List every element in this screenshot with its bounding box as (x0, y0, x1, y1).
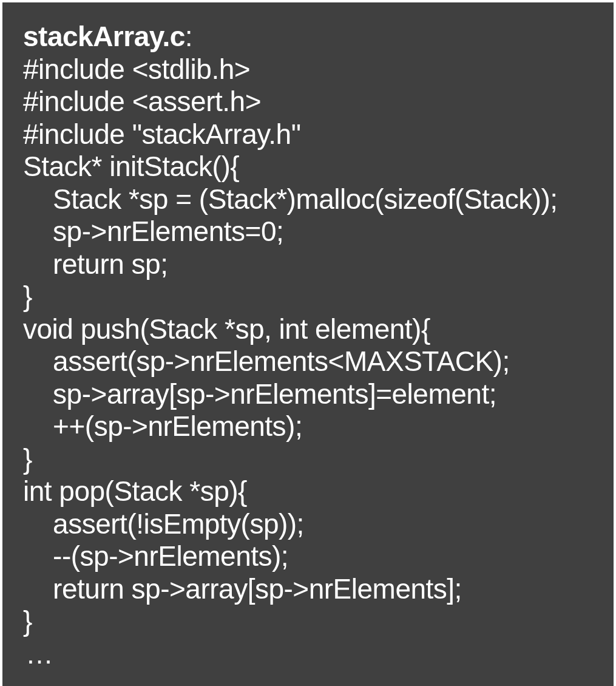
code-line: } (23, 605, 601, 638)
code-line: Stack *sp = (Stack*)malloc(sizeof(Stack)… (23, 183, 601, 216)
code-line: assert(sp->nrElements<MAXSTACK); (23, 345, 601, 378)
code-title-suffix: : (185, 21, 192, 52)
code-line: #include "stackArray.h" (23, 118, 601, 151)
code-line: } (23, 280, 601, 313)
code-line: assert(!isEmpty(sp)); (23, 508, 601, 541)
code-line: --(sp->nrElements); (23, 540, 601, 573)
code-line: ++(sp->nrElements); (23, 410, 601, 443)
code-line: sp->nrElements=0; (23, 216, 601, 248)
code-line: #include <stdlib.h> (23, 53, 601, 86)
code-line: #include <assert.h> (23, 86, 601, 118)
code-line: int pop(Stack *sp){ (23, 475, 601, 508)
code-ellipsis: … (25, 638, 601, 670)
code-title-line: stackArray.c: (23, 21, 601, 53)
code-line: Stack* initStack(){ (23, 151, 601, 183)
code-filename: stackArray.c (23, 21, 185, 52)
code-line: } (23, 443, 601, 476)
code-block: stackArray.c: #include <stdlib.h> #inclu… (0, 0, 616, 686)
code-line: sp->array[sp->nrElements]=element; (23, 378, 601, 411)
code-line: return sp->array[sp->nrElements]; (23, 573, 601, 606)
code-line: void push(Stack *sp, int element){ (23, 313, 601, 346)
code-line: return sp; (23, 248, 601, 281)
